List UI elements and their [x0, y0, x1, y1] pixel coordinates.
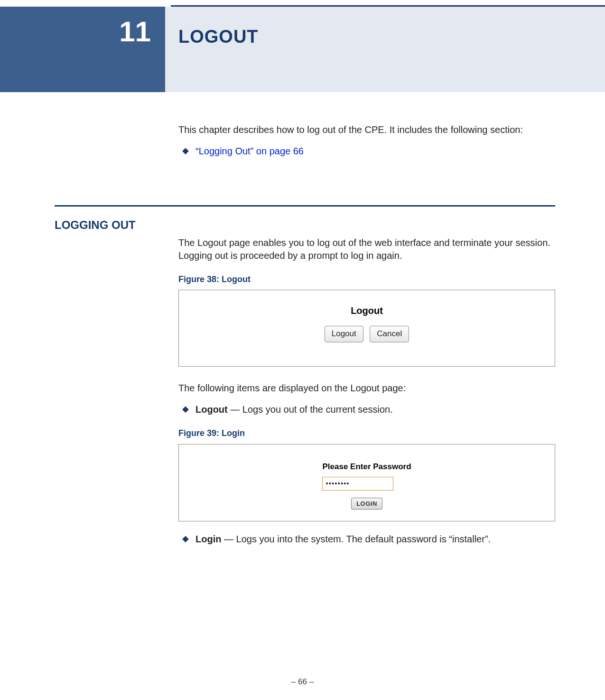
items-intro: The following items are displayed on the… — [178, 382, 555, 395]
section-intro: The Logout page enables you to log out o… — [178, 236, 555, 262]
section-rule — [55, 205, 555, 207]
login-button[interactable]: LOGIN — [351, 498, 382, 510]
logout-dialog-title: Logout — [179, 304, 555, 317]
intro-column: This chapter describes how to log out of… — [178, 123, 555, 166]
diamond-bullet-icon: ◆ — [182, 145, 189, 157]
logout-item-text: Logout — Logs you out of the current ses… — [195, 403, 393, 416]
figure-39-caption: Figure 39: Login — [178, 427, 555, 439]
password-input[interactable]: •••••••• — [322, 477, 393, 490]
chapter-number-box: 11 — [0, 7, 165, 92]
chapter-number: 11 — [119, 16, 151, 47]
login-item-row: ◆ Login — Logs you into the system. The … — [182, 533, 555, 546]
chapter-title-band: LOGOUT — [165, 7, 605, 92]
login-item-bold: Login — [195, 534, 221, 544]
login-item-rest: — Logs you into the system. The default … — [221, 534, 491, 544]
logout-item-rest: — Logs you out of the current session. — [228, 404, 393, 415]
logout-item-bold: Logout — [195, 404, 228, 415]
figure-38-caption: Figure 38: Logout — [178, 274, 555, 285]
logout-item-row: ◆ Logout — Logs you out of the current s… — [182, 403, 555, 416]
toc-link[interactable]: “Logging Out” on page 66 — [195, 145, 304, 158]
figure-39-screenshot: Please Enter Password •••••••• LOGIN — [178, 444, 555, 522]
logout-button[interactable]: Logout — [325, 326, 363, 342]
section-body: The Logout page enables you to log out o… — [178, 236, 555, 554]
section-heading: LOGGING OUT — [55, 218, 136, 232]
login-item-text: Login — Logs you into the system. The de… — [195, 533, 491, 546]
chapter-title: LOGOUT — [178, 27, 259, 47]
diamond-bullet-icon: ◆ — [182, 533, 189, 545]
figure-38-screenshot: Logout Logout Cancel — [178, 290, 555, 367]
cancel-button[interactable]: Cancel — [370, 326, 409, 342]
diamond-bullet-icon: ◆ — [182, 403, 189, 415]
intro-paragraph: This chapter describes how to log out of… — [178, 123, 555, 136]
login-prompt: Please Enter Password — [322, 462, 411, 473]
page-footer: – 66 – — [0, 677, 605, 687]
toc-bullet-row: ◆ “Logging Out” on page 66 — [182, 145, 555, 158]
logout-dialog-buttons: Logout Cancel — [179, 326, 555, 342]
